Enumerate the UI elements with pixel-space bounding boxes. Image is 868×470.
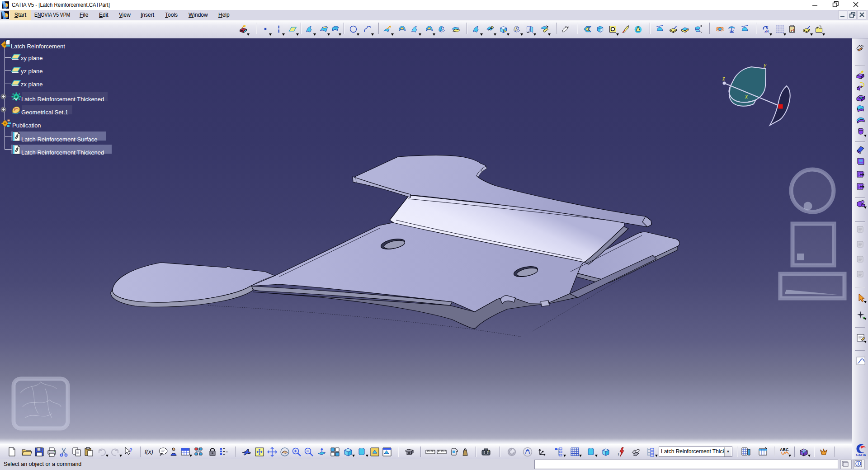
svg-text:T: T	[617, 452, 620, 456]
svg-text:CATIA: CATIA	[856, 453, 866, 457]
svg-text:f(x): f(x)	[145, 448, 153, 455]
svg-text:z: z	[722, 75, 725, 82]
svg-text:x: x	[745, 93, 748, 100]
svg-text:y: y	[763, 61, 767, 68]
svg-text:xN: xN	[764, 30, 769, 33]
svg-text:?: ?	[129, 447, 132, 453]
svg-text:=: =	[226, 449, 228, 454]
svg-text:ABC: ABC	[780, 447, 789, 452]
